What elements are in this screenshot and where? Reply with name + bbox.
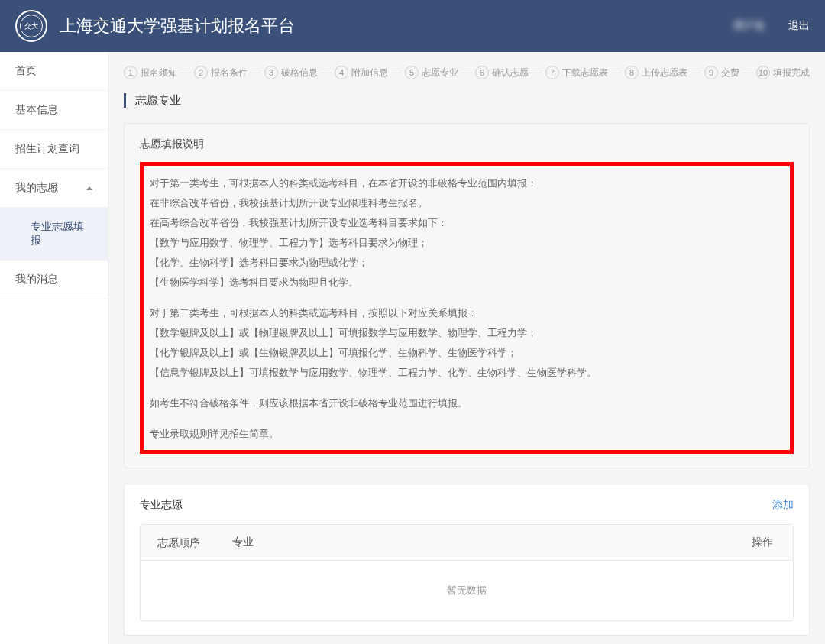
sidebar-item-label: 招生计划查询 bbox=[15, 142, 79, 156]
sidebar-item-messages[interactable]: 我的消息 bbox=[0, 261, 108, 299]
sidebar-item-label: 首页 bbox=[15, 64, 37, 78]
column-major: 专业 bbox=[217, 525, 732, 560]
instruction-line: 【化学、生物科学】选考科目要求为物理或化学； bbox=[150, 253, 784, 273]
preferences-panel: 专业志愿 添加 志愿顺序 专业 操作 暂无数据 bbox=[124, 484, 810, 636]
sidebar-item-plan-query[interactable]: 招生计划查询 bbox=[0, 130, 108, 169]
logo-icon: 交大 bbox=[15, 10, 47, 42]
instruction-line: 对于第二类考生，可根据本人的科类或选考科目，按照以下对应关系填报： bbox=[150, 303, 784, 323]
instruction-line: 如考生不符合破格条件，则应该根据本省开设非破格专业范围进行填报。 bbox=[150, 393, 784, 413]
sidebar-item-label: 我的消息 bbox=[15, 273, 58, 286]
step-1: 1报名须知 bbox=[124, 66, 177, 79]
step-7: 7下载志愿表 bbox=[545, 66, 608, 79]
add-preference-link[interactable]: 添加 bbox=[772, 498, 794, 512]
instruction-line: 在非综合改革省份，我校强基计划所开设专业限理科考生报名。 bbox=[150, 193, 784, 213]
instruction-line: 在高考综合改革省份，我校强基计划所开设专业选考科目要求如下： bbox=[150, 213, 784, 233]
instruction-line: 【化学银牌及以上】或【生物银牌及以上】可填报化学、生物科学、生物医学科学； bbox=[150, 343, 784, 363]
step-indicator: 1报名须知 2报名条件 3破格信息 4附加信息 5志愿专业 6确认志愿 7下载志… bbox=[124, 66, 810, 79]
step-4: 4附加信息 bbox=[335, 66, 388, 79]
instructions-panel: 志愿填报说明 对于第一类考生，可根据本人的科类或选考科目，在本省开设的非破格专业… bbox=[124, 123, 810, 468]
instruction-line: 【数学与应用数学、物理学、工程力学】选考科目要求为物理； bbox=[150, 233, 784, 253]
column-order: 志愿顺序 bbox=[141, 525, 217, 560]
sidebar-item-pref-fill[interactable]: 专业志愿填报 bbox=[0, 208, 108, 261]
instructions-title: 志愿填报说明 bbox=[140, 138, 794, 151]
preferences-table: 志愿顺序 专业 操作 暂无数据 bbox=[140, 524, 794, 621]
column-action: 操作 bbox=[732, 525, 793, 560]
chevron-up-icon bbox=[86, 186, 92, 190]
table-empty-text: 暂无数据 bbox=[141, 561, 793, 620]
instruction-line: 【信息学银牌及以上】可填报数学与应用数学、物理学、工程力学、化学、生物科学、生物… bbox=[150, 363, 784, 383]
sidebar-item-label: 专业志愿填报 bbox=[31, 220, 92, 248]
logout-link[interactable]: 退出 bbox=[788, 19, 810, 33]
instruction-line: 【数学银牌及以上】或【物理银牌及以上】可填报数学与应用数学、物理学、工程力学； bbox=[150, 323, 784, 343]
user-name: 用户名 bbox=[733, 19, 765, 33]
instruction-line: 对于第一类考生，可根据本人的科类或选考科目，在本省开设的非破格专业范围内填报： bbox=[150, 173, 784, 193]
step-9: 9交费 bbox=[704, 66, 739, 79]
step-10: 10填报完成 bbox=[756, 66, 810, 79]
step-2: 2报名条件 bbox=[194, 66, 247, 79]
instruction-line: 专业录取规则详见招生简章。 bbox=[150, 424, 784, 444]
sidebar-item-label: 基本信息 bbox=[15, 103, 58, 117]
step-5: 5志愿专业 bbox=[405, 66, 458, 79]
step-6: 6确认志愿 bbox=[475, 66, 529, 79]
sidebar-item-home[interactable]: 首页 bbox=[0, 52, 108, 91]
sidebar-item-label: 我的志愿 bbox=[15, 181, 58, 195]
page-heading-wrap: 志愿专业 bbox=[124, 93, 810, 108]
sidebar: 首页 基本信息 招生计划查询 我的志愿 专业志愿填报 我的消息 bbox=[0, 52, 108, 644]
table-header: 志愿顺序 专业 操作 bbox=[141, 525, 793, 561]
page-title: 志愿专业 bbox=[135, 93, 810, 108]
preferences-title: 专业志愿 bbox=[140, 498, 183, 512]
step-3: 3破格信息 bbox=[264, 66, 318, 79]
instructions-highlight-box: 对于第一类考生，可根据本人的科类或选考科目，在本省开设的非破格专业范围内填报： … bbox=[140, 162, 794, 454]
instruction-line: 【生物医学科学】选考科目要求为物理且化学。 bbox=[150, 273, 784, 293]
app-title: 上海交通大学强基计划报名平台 bbox=[60, 15, 733, 37]
step-8: 8上传志愿表 bbox=[625, 66, 688, 79]
app-header: 交大 上海交通大学强基计划报名平台 用户名 退出 bbox=[0, 0, 825, 52]
sidebar-item-basic-info[interactable]: 基本信息 bbox=[0, 91, 108, 130]
main-content: 1报名须知 2报名条件 3破格信息 4附加信息 5志愿专业 6确认志愿 7下载志… bbox=[108, 52, 825, 644]
sidebar-item-my-pref[interactable]: 我的志愿 bbox=[0, 169, 108, 208]
